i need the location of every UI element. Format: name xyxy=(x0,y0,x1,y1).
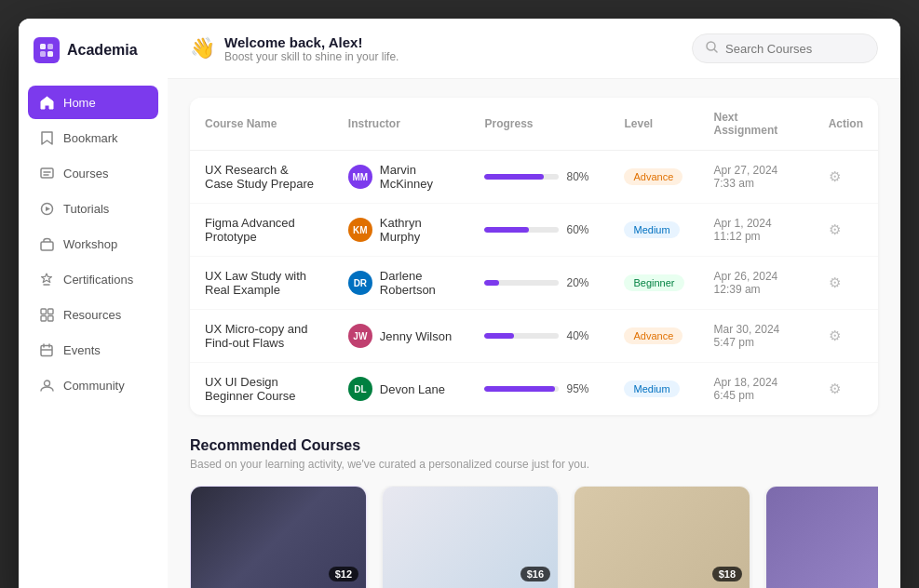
course-card[interactable]: $16 How to do quality UX Audit for e-com… xyxy=(382,486,559,588)
progress-bar-fill xyxy=(484,227,529,233)
cell-instructor: DR Darlene Robertson xyxy=(333,257,470,310)
certifications-icon xyxy=(39,272,54,287)
settings-icon[interactable]: ⚙ xyxy=(829,168,841,184)
svg-point-19 xyxy=(44,381,49,386)
cell-action[interactable]: ⚙ xyxy=(814,257,878,310)
course-card[interactable]: $12 The Ultimate Guide to Usability Test… xyxy=(190,486,367,588)
instructor-avatar: DR xyxy=(348,271,372,295)
cell-instructor: JW Jenny Wilson xyxy=(333,310,470,363)
price-badge: $12 xyxy=(329,567,358,581)
cell-course-name: UX Law Study with Real Example xyxy=(190,257,333,310)
svg-rect-12 xyxy=(47,309,53,314)
cell-assignment: Apr 26, 2024 12:39 am xyxy=(699,257,814,310)
instructor-name: Kathryn Murphy xyxy=(380,216,455,244)
cell-action[interactable]: ⚙ xyxy=(814,151,878,204)
cell-action[interactable]: ⚙ xyxy=(814,204,878,257)
progress-bar-bg xyxy=(484,174,559,180)
cell-action[interactable]: ⚙ xyxy=(814,310,878,363)
course-card[interactable]: $22 Com... Figm... Learn... xyxy=(765,486,878,588)
cell-instructor: KM Kathryn Murphy xyxy=(333,204,470,257)
sidebar-item-courses[interactable]: Courses xyxy=(28,156,158,190)
progress-bar-bg xyxy=(484,280,559,286)
search-bar[interactable] xyxy=(692,33,878,63)
courses-table: Course Name Instructor Progress Level Ne… xyxy=(190,98,878,415)
progress-bar-bg xyxy=(484,333,559,339)
price-badge: $16 xyxy=(520,567,550,581)
cell-progress: 80% xyxy=(469,151,609,204)
settings-icon[interactable]: ⚙ xyxy=(829,381,841,396)
sidebar-item-certifications[interactable]: Certifications xyxy=(28,262,158,296)
cell-action[interactable]: ⚙ xyxy=(814,363,878,416)
progress-value: 20% xyxy=(566,276,594,289)
level-badge: Advance xyxy=(624,168,682,185)
card-image-bg xyxy=(766,487,878,588)
progress-bar-fill xyxy=(484,333,514,339)
recommended-cards: $12 The Ultimate Guide to Usability Test… xyxy=(190,486,878,588)
svg-rect-4 xyxy=(41,168,53,178)
resources-icon xyxy=(39,307,54,322)
welcome-section: 👋 Welcome back, Alex! Boost your skill t… xyxy=(190,34,399,63)
settings-icon[interactable]: ⚙ xyxy=(829,327,841,343)
welcome-text: Welcome back, Alex! Boost your skill to … xyxy=(224,34,399,63)
table-row: UX UI Design Beginner Course DL Devon La… xyxy=(190,363,878,416)
instructor-avatar: MM xyxy=(348,165,372,189)
welcome-title: Welcome back, Alex! xyxy=(224,34,399,50)
table-row: Figma Advanced Prototype KM Kathryn Murp… xyxy=(190,204,878,257)
sidebar-item-bookmark-label: Bookmark xyxy=(63,131,118,145)
instructor-name: Devon Lane xyxy=(380,382,445,396)
sidebar-item-bookmark[interactable]: Bookmark xyxy=(28,121,158,154)
progress-bar-fill xyxy=(484,280,499,286)
svg-rect-15 xyxy=(41,345,52,355)
cell-assignment: Apr 1, 2024 11:12 pm xyxy=(699,204,814,257)
welcome-subtitle: Boost your skill to shine in your life. xyxy=(224,50,399,63)
level-badge: Medium xyxy=(624,381,679,397)
cell-level: Medium xyxy=(609,204,698,257)
col-level: Level xyxy=(609,98,698,151)
svg-rect-0 xyxy=(40,44,46,49)
recommended-title: Recommended Courses xyxy=(190,437,878,454)
sidebar-item-resources[interactable]: Resources xyxy=(28,298,158,331)
home-icon xyxy=(39,95,54,110)
search-input[interactable] xyxy=(725,42,864,56)
settings-icon[interactable]: ⚙ xyxy=(829,274,841,290)
sidebar-item-home[interactable]: Home xyxy=(28,86,158,119)
cell-assignment: Mar 30, 2024 5:47 pm xyxy=(699,310,814,363)
content-area: Course Name Instructor Progress Level Ne… xyxy=(168,79,900,588)
sidebar-item-workshop-label: Workshop xyxy=(63,237,117,251)
cell-course-name: UX Micro-copy and Find-out Flaws xyxy=(190,310,333,363)
progress-bar-bg xyxy=(484,227,559,233)
svg-rect-14 xyxy=(47,315,53,321)
sidebar-item-events[interactable]: Events xyxy=(28,333,158,367)
recommended-subtitle: Based on your learning activity, we've c… xyxy=(190,458,878,471)
svg-line-21 xyxy=(714,49,717,52)
sidebar-navigation: Home Bookmark xyxy=(19,86,168,402)
logo-text: Academia xyxy=(67,42,138,59)
cell-progress: 60% xyxy=(469,204,609,257)
sidebar-item-community[interactable]: Community xyxy=(28,368,158,402)
col-next-assignment: Next Assignment xyxy=(699,98,814,151)
level-badge: Advance xyxy=(624,327,682,344)
instructor-avatar: KM xyxy=(348,218,372,242)
progress-bar-fill xyxy=(484,386,555,392)
sidebar-item-tutorials[interactable]: Tutorials xyxy=(28,192,158,225)
sidebar-item-workshop[interactable]: Workshop xyxy=(28,227,158,261)
bookmark-icon xyxy=(39,130,54,145)
header: 👋 Welcome back, Alex! Boost your skill t… xyxy=(168,19,900,79)
svg-rect-11 xyxy=(41,309,47,314)
col-instructor: Instructor xyxy=(333,98,470,151)
sidebar-item-resources-label: Resources xyxy=(63,308,121,322)
search-icon xyxy=(706,41,718,56)
settings-icon[interactable]: ⚙ xyxy=(829,221,841,237)
sidebar-item-events-label: Events xyxy=(63,343,101,357)
cell-course-name: UX Research & Case Study Prepare xyxy=(190,151,333,204)
progress-bar-bg xyxy=(484,386,559,392)
cell-instructor: MM Marvin McKinney xyxy=(333,151,470,204)
sidebar-item-certifications-label: Certifications xyxy=(63,273,133,287)
sidebar-logo: Academia xyxy=(19,37,168,86)
course-card[interactable]: $18 UX & Design Thinking Quick Start to … xyxy=(574,486,750,588)
svg-rect-3 xyxy=(47,51,53,57)
card-image: $18 xyxy=(574,487,750,588)
logo-icon xyxy=(34,37,60,63)
workshop-icon xyxy=(39,236,54,251)
progress-bar-fill xyxy=(484,174,544,180)
